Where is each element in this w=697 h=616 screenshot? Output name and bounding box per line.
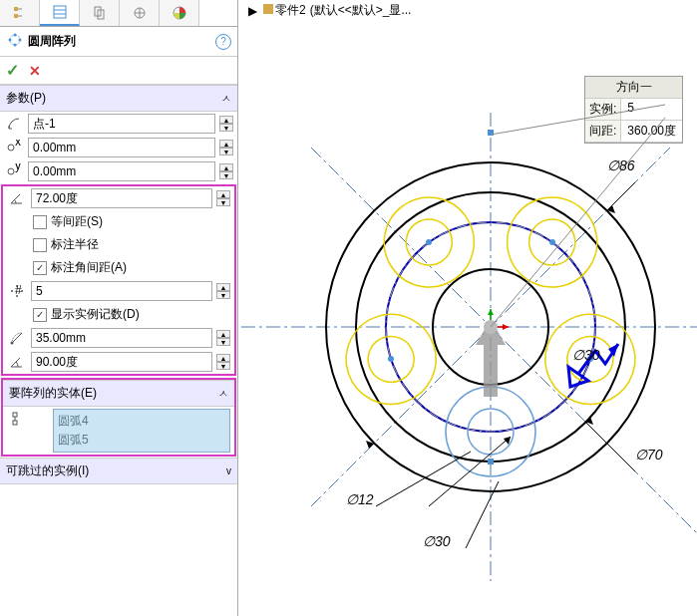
tab-config[interactable] (80, 0, 120, 26)
feature-title: 圆周阵列 (28, 33, 215, 50)
count-field[interactable] (31, 281, 212, 301)
arc-row: ▲▼ (3, 350, 234, 374)
equal-spacing-row[interactable]: 等间距(S) (3, 210, 234, 233)
cy-icon: y (4, 163, 24, 179)
chevron-up-icon: ㅅ (218, 387, 228, 401)
angle-spinner[interactable]: ▲▼ (216, 190, 230, 206)
entities-group: 要阵列的实体(E) ㅅ 圆弧4 圆弧5 (1, 378, 236, 457)
chevron-down-icon: v (226, 465, 231, 476)
chevron-up-icon: ㅅ (221, 92, 231, 106)
dim-30b[interactable]: ∅30 (423, 533, 451, 549)
point-spinner[interactable]: ▲▼ (219, 116, 233, 132)
svg-text:x: x (15, 140, 21, 149)
cy-spinner[interactable]: ▲▼ (219, 163, 233, 179)
graphics-area[interactable]: ▶ 零件2 (默认<<默认>_显... 方向一 实例:5 间距:360.00度 (238, 0, 697, 616)
cx-row: x ▲▼ (0, 136, 237, 159)
svg-rect-29 (13, 421, 17, 425)
help-icon[interactable]: ? (215, 34, 231, 50)
svg-rect-28 (13, 413, 17, 417)
equal-spacing-checkbox[interactable] (33, 215, 47, 229)
svg-rect-1 (14, 14, 18, 18)
entities-icon (3, 407, 27, 430)
center-point-field[interactable] (28, 114, 215, 134)
radius-field[interactable] (31, 328, 212, 348)
ok-button[interactable]: ✓ (6, 61, 19, 80)
radius-row: ▲▼ (3, 326, 234, 350)
svg-point-18 (8, 145, 14, 151)
svg-line-63 (491, 105, 665, 135)
svg-line-37 (311, 148, 697, 536)
circular-pattern-icon (6, 31, 24, 52)
svg-point-57 (549, 239, 555, 245)
dim-angle-row[interactable]: 标注角间距(A) (3, 256, 234, 279)
svg-point-20 (8, 168, 14, 174)
svg-point-25 (11, 290, 13, 292)
cy-row: y ▲▼ (0, 159, 237, 183)
radius-icon (7, 330, 27, 346)
cx-field[interactable] (28, 138, 215, 157)
center-point-row: ▲▼ (0, 112, 237, 136)
cancel-button[interactable]: ✕ (29, 63, 41, 79)
dim-angle-checkbox[interactable] (33, 261, 47, 275)
svg-line-65 (585, 422, 635, 471)
dim-70[interactable]: ∅70 (635, 447, 663, 462)
dim-radius-row[interactable]: 标注半径 (3, 233, 234, 256)
arc-field[interactable] (31, 352, 212, 372)
svg-line-62 (491, 118, 665, 327)
count-row: # ▲▼ (3, 279, 234, 303)
dim-30a[interactable]: ∅30 (572, 347, 600, 363)
list-item[interactable]: 圆弧5 (56, 431, 227, 450)
list-item[interactable]: 圆弧4 (56, 412, 227, 431)
dim-radius-checkbox[interactable] (33, 238, 47, 252)
feature-title-bar: 圆周阵列 ? (0, 27, 237, 57)
tab-dim[interactable] (120, 0, 160, 26)
arc-spinner[interactable]: ▲▼ (216, 354, 230, 370)
svg-point-56 (388, 356, 394, 362)
angle-group: ▲▼ 等间距(S) 标注半径 标注角间距(A) # ▲▼ 显示实例记数(D) ▲… (1, 184, 236, 376)
count-icon: # (7, 283, 27, 299)
entities-list[interactable]: 圆弧4 圆弧5 (53, 409, 230, 453)
svg-point-58 (426, 239, 432, 245)
arc-icon (4, 116, 24, 132)
confirm-bar: ✓ ✕ (0, 57, 237, 85)
count-spinner[interactable]: ▲▼ (216, 283, 230, 299)
section-params[interactable]: 参数(P) ㅅ (0, 85, 237, 112)
radius-spinner[interactable]: ▲▼ (216, 330, 230, 346)
angle-icon (7, 189, 27, 207)
svg-text:#: # (15, 283, 22, 297)
section-skip[interactable]: 可跳过的实例(I) v (0, 458, 237, 484)
tab-property-manager[interactable] (40, 0, 80, 26)
angle-field[interactable] (31, 188, 212, 208)
dim-12[interactable]: ∅12 (346, 491, 374, 507)
svg-rect-4 (54, 6, 66, 18)
cx-spinner[interactable]: ▲▼ (219, 140, 233, 155)
svg-text:y: y (15, 163, 21, 172)
panel-tabs (0, 0, 237, 27)
cx-icon: x (4, 140, 24, 155)
show-count-row[interactable]: 显示实例记数(D) (3, 303, 234, 326)
tab-appearance[interactable] (160, 0, 199, 26)
angle-row: ▲▼ (3, 186, 234, 210)
section-entities[interactable]: 要阵列的实体(E) ㅅ (3, 380, 234, 407)
tab-feature-tree[interactable] (0, 0, 40, 26)
sketch-drawing (238, 0, 697, 616)
svg-line-66 (429, 437, 511, 506)
show-count-checkbox[interactable] (33, 308, 47, 322)
svg-rect-0 (14, 7, 18, 11)
property-panel: 圆周阵列 ? ✓ ✕ 参数(P) ㅅ ▲▼ x ▲▼ y ▲▼ ▲▼ 等间距(S… (0, 0, 238, 616)
dim-86[interactable]: ∅86 (607, 157, 635, 173)
svg-line-67 (376, 452, 471, 506)
svg-rect-54 (488, 459, 494, 464)
cy-field[interactable] (28, 161, 215, 181)
arc-angle-icon (7, 353, 27, 371)
